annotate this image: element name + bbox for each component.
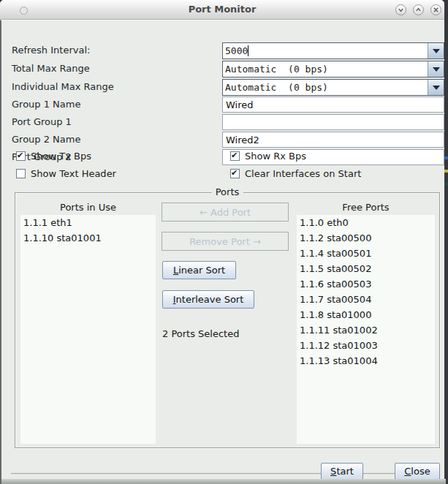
ports-in-use-list[interactable]: 1.1.1 eth11.1.10 sta01001 bbox=[20, 215, 156, 444]
checkbox-label: Show Text Header bbox=[31, 168, 116, 179]
screen: Port Monitor Refresh Interval: 5000 Tota… bbox=[0, 0, 448, 484]
window-title: Port Monitor bbox=[0, 4, 444, 15]
list-item[interactable]: 1.1.7 sta00504 bbox=[297, 292, 435, 307]
start-button[interactable]: Start bbox=[321, 463, 363, 480]
list-item[interactable]: 1.1.8 sta01000 bbox=[297, 307, 435, 322]
maximize-button[interactable] bbox=[413, 4, 424, 15]
list-item[interactable]: 1.1.6 sta00503 bbox=[297, 276, 435, 292]
individual-max-range-combo[interactable]: Automatic (0 bps) bbox=[222, 79, 444, 96]
bottom-separator bbox=[11, 473, 438, 474]
checkbox-label: Clear Interfaces on Start bbox=[245, 168, 361, 179]
total-max-range-combo[interactable]: Automatic (0 bps) bbox=[222, 61, 444, 77]
refresh-interval-value: 5000 bbox=[223, 43, 428, 58]
free-ports-header: Free Ports bbox=[297, 202, 435, 213]
total-max-range-label: Total Max Range bbox=[12, 61, 90, 77]
list-item[interactable]: 1.1.4 sta00501 bbox=[297, 246, 435, 261]
shade-button[interactable] bbox=[395, 4, 406, 15]
port-group1-input[interactable] bbox=[222, 114, 444, 130]
refresh-interval-dropdown-button[interactable] bbox=[428, 43, 444, 58]
chevron-down-icon bbox=[433, 86, 440, 90]
checkbox-icon[interactable] bbox=[230, 151, 240, 161]
show-tx-bps-checkbox[interactable]: Show Tx Bps bbox=[16, 150, 91, 162]
show-text-header-checkbox[interactable]: Show Text Header bbox=[16, 167, 116, 179]
checkbox-icon[interactable] bbox=[230, 169, 240, 178]
individual-max-range-value: Automatic (0 bps) bbox=[223, 80, 428, 95]
list-item[interactable]: 1.1.10 sta01001 bbox=[20, 230, 156, 246]
list-item[interactable]: 1.1.13 sta01004 bbox=[297, 353, 435, 368]
list-item[interactable]: 1.1.12 sta01003 bbox=[297, 338, 435, 353]
list-item[interactable]: 1.1.5 sta00502 bbox=[297, 261, 435, 276]
ports-groupbox: Ports Ports in Use 1.1.1 eth11.1.10 sta0… bbox=[15, 192, 440, 448]
group2-name-input[interactable] bbox=[222, 132, 444, 148]
close-icon bbox=[433, 7, 439, 13]
list-item[interactable]: 1.1.11 sta01002 bbox=[297, 322, 435, 338]
chevron-down-icon bbox=[398, 7, 404, 13]
total-max-range-dropdown-button[interactable] bbox=[428, 61, 444, 77]
chevron-down-icon bbox=[433, 67, 440, 72]
checkbox-icon[interactable] bbox=[16, 169, 26, 178]
chevron-down-icon bbox=[433, 49, 440, 53]
text-caret bbox=[248, 45, 248, 56]
port-monitor-window: Port Monitor Refresh Interval: 5000 Tota… bbox=[0, 0, 444, 484]
group2-name-label: Group 2 Name bbox=[12, 132, 80, 148]
list-item[interactable]: 1.1.0 eth0 bbox=[297, 215, 435, 230]
refresh-interval-label: Refresh Interval: bbox=[12, 42, 90, 58]
ports-in-use-header: Ports in Use bbox=[20, 202, 156, 213]
background-speck bbox=[444, 170, 448, 173]
total-max-range-value: Automatic (0 bps) bbox=[223, 61, 428, 77]
refresh-interval-combo[interactable]: 5000 bbox=[222, 42, 444, 59]
background-speck bbox=[444, 156, 448, 159]
close-window-button[interactable] bbox=[430, 4, 441, 15]
clear-interfaces-checkbox[interactable]: Clear Interfaces on Start bbox=[230, 167, 361, 179]
checkbox-label: Show Tx Bps bbox=[31, 151, 91, 162]
checkbox-icon[interactable] bbox=[16, 151, 26, 161]
checkbox-label: Show Rx Bps bbox=[245, 151, 306, 162]
group1-name-input[interactable] bbox=[222, 97, 444, 113]
interleave-sort-button[interactable]: Interleave Sort bbox=[162, 290, 254, 309]
background-edge bbox=[444, 0, 448, 484]
titlebar[interactable]: Port Monitor bbox=[0, 0, 444, 20]
background-speck bbox=[444, 183, 448, 186]
ports-group-title: Ports bbox=[212, 186, 243, 197]
free-ports-list[interactable]: 1.1.0 eth01.1.2 sta005001.1.4 sta005011.… bbox=[297, 215, 435, 444]
linear-sort-button[interactable]: Linear Sort bbox=[162, 261, 236, 279]
individual-max-range-label: Individual Max Range bbox=[12, 79, 114, 95]
dialog-content: Refresh Interval: 5000 Total Max Range A… bbox=[0, 20, 444, 484]
remove-port-button[interactable]: Remove Port → bbox=[162, 232, 289, 251]
close-button[interactable]: Close bbox=[395, 463, 440, 480]
ports-selected-status: 2 Ports Selected bbox=[162, 328, 239, 339]
individual-max-range-dropdown-button[interactable] bbox=[428, 80, 444, 95]
chevron-up-icon bbox=[415, 7, 422, 13]
group1-name-label: Group 1 Name bbox=[12, 97, 80, 113]
list-item[interactable]: 1.1.2 sta00500 bbox=[297, 230, 435, 246]
window-bottom-border bbox=[1, 479, 446, 484]
list-item[interactable]: 1.1.1 eth1 bbox=[20, 215, 156, 230]
add-port-button[interactable]: ← Add Port bbox=[162, 203, 289, 222]
show-rx-bps-checkbox[interactable]: Show Rx Bps bbox=[230, 150, 306, 162]
port-group1-label: Port Group 1 bbox=[12, 114, 72, 130]
